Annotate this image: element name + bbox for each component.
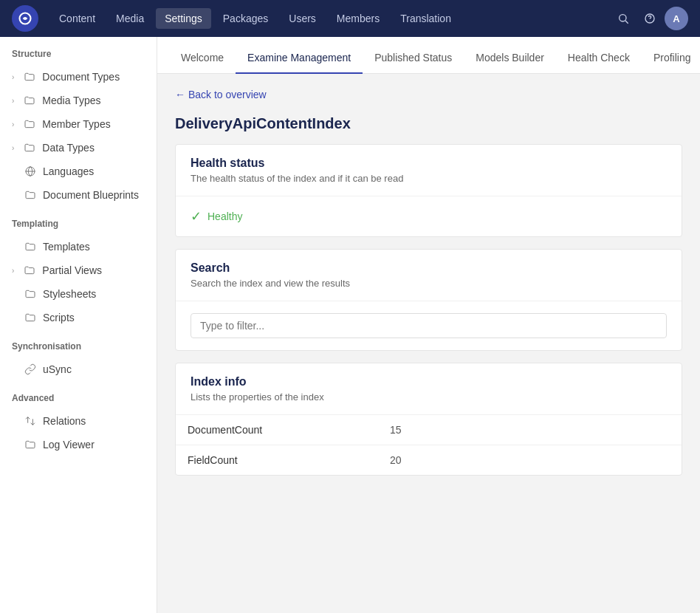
nav-users[interactable]: Users: [280, 8, 325, 29]
health-status-header: Health status The health status of the i…: [176, 145, 682, 196]
nav-translation[interactable]: Translation: [391, 8, 460, 29]
main-content: Welcome Examine Management Published Sta…: [157, 37, 700, 613]
search-title: Search: [191, 261, 667, 275]
arrow-icon: ›: [12, 144, 14, 152]
sidebar-section-synchronisation: Synchronisation: [0, 329, 157, 357]
folder-icon: [23, 94, 36, 107]
folder-icon: [24, 188, 37, 202]
checkmark-icon: ✓: [191, 208, 202, 225]
sidebar-item-data-types[interactable]: › Data Types: [0, 136, 157, 160]
health-status-subtitle: The health status of the index and if it…: [191, 173, 667, 184]
sidebar-section-advanced: Advanced: [0, 381, 157, 409]
arrow-icon: ›: [12, 73, 14, 81]
tab-models-builder[interactable]: Models Builder: [464, 43, 556, 74]
health-status-body: ✓ Healthy: [176, 196, 682, 236]
sidebar-item-label: Member Types: [42, 118, 145, 130]
row-value: 15: [378, 415, 682, 445]
sidebar-item-log-viewer[interactable]: Log Viewer: [0, 433, 157, 456]
arrow-icon: ›: [12, 267, 14, 275]
row-key: FieldCount: [176, 445, 378, 476]
sidebar-item-label: uSync: [43, 363, 145, 375]
search-input[interactable]: [191, 313, 667, 338]
search-body: [176, 301, 682, 350]
sidebar-item-scripts[interactable]: Scripts: [0, 306, 157, 329]
arrow-icon: ›: [12, 120, 14, 129]
folder-icon: [24, 438, 37, 451]
globe-icon: [24, 165, 37, 178]
logo[interactable]: [12, 5, 38, 32]
svg-line-2: [625, 21, 628, 24]
nav-members[interactable]: Members: [328, 8, 388, 29]
index-info-body: DocumentCount15FieldCount20: [176, 415, 682, 475]
content-area: ← Back to overview DeliveryApiContentInd…: [157, 74, 700, 613]
tab-welcome[interactable]: Welcome: [169, 43, 236, 74]
index-info-header: Index info Lists the properties of the i…: [176, 363, 682, 415]
sidebar-item-stylesheets[interactable]: Stylesheets: [0, 282, 157, 306]
health-status-indicator: ✓ Healthy: [191, 208, 667, 225]
sidebar-item-label: Scripts: [43, 312, 145, 323]
sidebar-item-usync[interactable]: uSync: [0, 357, 157, 381]
sidebar-section-structure: Structure: [0, 37, 157, 65]
tab-profiling[interactable]: Profiling: [642, 43, 700, 74]
table-row: DocumentCount15: [176, 415, 682, 445]
sidebar-item-label: Document Blueprints: [43, 189, 145, 201]
health-status-title: Health status: [191, 157, 667, 170]
health-status-value: Healthy: [207, 210, 242, 222]
table-row: FieldCount20: [176, 445, 682, 476]
sidebar-item-label: Stylesheets: [43, 288, 145, 300]
nav-settings[interactable]: Settings: [156, 8, 211, 29]
folder-icon: [24, 311, 37, 324]
tab-examine-management[interactable]: Examine Management: [236, 43, 363, 74]
tab-health-check[interactable]: Health Check: [556, 43, 642, 74]
sidebar-item-label: Log Viewer: [43, 439, 145, 451]
top-navigation: Content Media Settings Packages Users Me…: [0, 0, 700, 37]
row-value: 20: [378, 445, 682, 476]
index-info-table: DocumentCount15FieldCount20: [176, 415, 682, 475]
search-subtitle: Search the index and view the results: [191, 278, 667, 289]
sidebar-item-document-types[interactable]: › Document Types: [0, 65, 157, 89]
sidebar-item-label: Relations: [43, 415, 145, 427]
search-header: Search Search the index and view the res…: [176, 250, 682, 301]
folder-icon: [23, 70, 36, 83]
svg-point-1: [620, 15, 626, 21]
sidebar-item-media-types[interactable]: › Media Types: [0, 89, 157, 112]
sidebar-item-languages[interactable]: Languages: [0, 160, 157, 183]
index-info-subtitle: Lists the properties of the index: [191, 391, 667, 403]
folder-icon: [23, 141, 36, 154]
index-title: DeliveryApiContentIndex: [175, 115, 682, 132]
sidebar-item-label: Languages: [43, 165, 145, 177]
sidebar-section-templating: Templating: [0, 207, 157, 235]
arrows-icon: [24, 414, 37, 428]
sidebar-item-templates[interactable]: Templates: [0, 235, 157, 258]
link-icon: [24, 363, 37, 376]
nav-packages[interactable]: Packages: [214, 8, 277, 29]
sidebar-item-label: Templates: [43, 241, 145, 253]
arrow-icon: ›: [12, 97, 14, 105]
back-link[interactable]: ← Back to overview: [175, 89, 267, 100]
folder-icon: [24, 240, 37, 253]
folder-icon: [24, 287, 37, 301]
index-info-title: Index info: [191, 375, 667, 388]
index-info-card: Index info Lists the properties of the i…: [175, 363, 682, 476]
folder-icon: [23, 264, 36, 277]
help-button[interactable]: [638, 7, 662, 30]
user-avatar[interactable]: A: [665, 7, 688, 30]
search-button[interactable]: [611, 7, 635, 30]
sidebar: Structure › Document Types › Media Types…: [0, 37, 157, 613]
sidebar-item-relations[interactable]: Relations: [0, 409, 157, 433]
tab-published-status[interactable]: Published Status: [363, 43, 464, 74]
sidebar-item-document-blueprints[interactable]: Document Blueprints: [0, 183, 157, 207]
health-status-card: Health status The health status of the i…: [175, 144, 682, 237]
sidebar-item-label: Partial Views: [42, 264, 145, 276]
row-key: DocumentCount: [176, 415, 378, 445]
subtab-bar: Welcome Examine Management Published Sta…: [157, 37, 700, 74]
sidebar-item-label: Media Types: [42, 95, 145, 106]
sidebar-item-partial-views[interactable]: › Partial Views: [0, 258, 157, 282]
nav-media[interactable]: Media: [107, 8, 153, 29]
sidebar-item-member-types[interactable]: › Member Types: [0, 112, 157, 136]
sidebar-item-label: Data Types: [42, 142, 145, 154]
folder-icon: [23, 117, 36, 131]
search-card: Search Search the index and view the res…: [175, 249, 682, 351]
nav-content[interactable]: Content: [50, 8, 104, 29]
sidebar-item-label: Document Types: [42, 71, 145, 83]
